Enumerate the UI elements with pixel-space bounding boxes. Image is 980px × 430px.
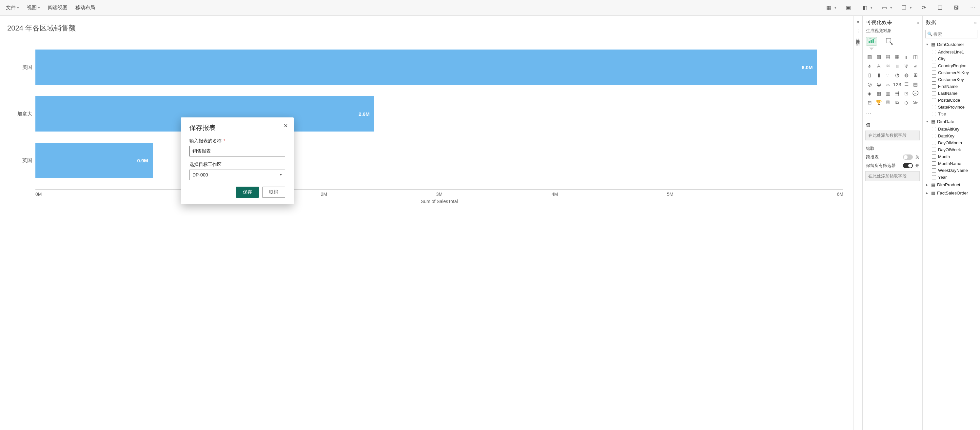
- tree-field[interactable]: AddressLine1: [924, 48, 979, 56]
- field-checkbox[interactable]: [932, 141, 936, 145]
- viz-type-icon[interactable]: ▤: [911, 80, 920, 89]
- collapse-pane-icon[interactable]: »: [916, 20, 919, 25]
- shapes-icon[interactable]: ◧: [860, 3, 869, 13]
- close-icon[interactable]: ✕: [282, 121, 289, 130]
- field-checkbox[interactable]: [932, 91, 936, 96]
- viz-type-icon[interactable]: ⩛: [902, 62, 910, 70]
- viz-type-icon[interactable]: ⊟: [865, 98, 874, 107]
- viz-type-icon[interactable]: 💬: [911, 89, 920, 98]
- field-checkbox[interactable]: [932, 161, 936, 166]
- workspace-select[interactable]: [189, 169, 285, 180]
- ribbon-file[interactable]: 文件 ▾: [3, 3, 22, 13]
- viz-type-icon[interactable]: ⌓: [884, 80, 892, 89]
- viz-type-icon[interactable]: 123: [893, 80, 901, 89]
- viz-type-icon[interactable]: ◇: [902, 98, 910, 107]
- tree-field[interactable]: Title: [924, 110, 979, 117]
- tree-field[interactable]: DayOfMonth: [924, 139, 979, 146]
- viz-type-icon[interactable]: ⫻: [911, 62, 920, 70]
- viz-type-icon[interactable]: ▧: [875, 53, 883, 61]
- field-checkbox[interactable]: [932, 70, 936, 75]
- field-checkbox[interactable]: [932, 127, 936, 131]
- viz-type-icon[interactable]: 🏆: [875, 98, 883, 107]
- ribbon-reading-view[interactable]: 阅读视图: [45, 3, 71, 13]
- viz-type-icon[interactable]: ≋: [884, 62, 892, 70]
- field-checkbox[interactable]: [932, 77, 936, 82]
- field-checkbox[interactable]: [932, 64, 936, 68]
- tree-table[interactable]: ▾▦DimCustomer: [924, 40, 979, 48]
- explore-icon[interactable]: ▦: [824, 3, 833, 13]
- viz-type-icon[interactable]: ∵: [884, 71, 892, 79]
- present-icon[interactable]: ▭: [880, 3, 889, 13]
- tree-field[interactable]: CustomerKey: [924, 76, 979, 83]
- viz-type-icon[interactable]: ⫼: [893, 62, 901, 70]
- tree-field[interactable]: WeekDayName: [924, 167, 979, 174]
- tree-field[interactable]: FirstName: [924, 83, 979, 90]
- viz-type-icon[interactable]: ▥: [865, 53, 874, 61]
- collapse-pane-icon[interactable]: »: [974, 20, 977, 25]
- tree-table[interactable]: ▸▦DimProduct: [924, 181, 979, 189]
- field-checkbox[interactable]: [932, 105, 936, 109]
- ribbon-mobile-layout[interactable]: 移动布局: [72, 3, 98, 13]
- keep-filters-toggle[interactable]: [903, 163, 913, 168]
- filters-rail[interactable]: « ⋮ 筛选器: [853, 16, 862, 430]
- viz-type-icon[interactable]: ◎: [865, 80, 874, 89]
- tree-field[interactable]: DateKey: [924, 133, 979, 139]
- field-checkbox[interactable]: [932, 84, 936, 89]
- bar-fill[interactable]: 6.0M: [35, 50, 817, 85]
- values-field-well[interactable]: 在此处添加数据字段: [865, 131, 920, 141]
- save-button[interactable]: 保存: [236, 187, 259, 198]
- bookmark-icon[interactable]: ▣: [844, 3, 853, 13]
- data-search-input[interactable]: [925, 30, 977, 38]
- field-checkbox[interactable]: [932, 134, 936, 138]
- bar-fill[interactable]: 0.9M: [35, 143, 153, 178]
- field-checkbox[interactable]: [932, 168, 936, 173]
- viz-type-icon[interactable]: ◒: [875, 80, 883, 89]
- tree-field[interactable]: DateAltKey: [924, 126, 979, 133]
- viz-type-icon[interactable]: ≫: [911, 98, 920, 107]
- field-checkbox[interactable]: [932, 175, 936, 179]
- ribbon-view[interactable]: 视图 ▾: [24, 3, 43, 13]
- tree-table[interactable]: ▸▦FactSalesOrder: [924, 189, 979, 197]
- viz-type-icon[interactable]: 𝄜: [884, 98, 892, 107]
- viz-type-icon[interactable]: ◬: [875, 62, 883, 70]
- viz-type-icon[interactable]: ⊡: [902, 89, 910, 98]
- chevron-left-icon[interactable]: «: [857, 19, 859, 24]
- viz-type-icon[interactable]: ▯: [865, 71, 874, 79]
- viz-type-icon[interactable]: ◫: [911, 53, 920, 61]
- viz-type-icon[interactable]: ☰: [902, 80, 910, 89]
- viz-type-icon[interactable]: ⩚: [865, 62, 874, 70]
- field-checkbox[interactable]: [932, 50, 936, 54]
- more-icon[interactable]: ⋯: [968, 3, 977, 13]
- field-checkbox[interactable]: [932, 155, 936, 159]
- tree-field[interactable]: CountryRegion: [924, 62, 979, 69]
- tree-field[interactable]: CustomerAltKey: [924, 69, 979, 76]
- viz-type-icon[interactable]: ⇶: [893, 89, 901, 98]
- drill-field-well[interactable]: 在此处添加钻取字段: [865, 171, 920, 181]
- tree-field[interactable]: MonthName: [924, 160, 979, 167]
- tree-table[interactable]: ▾▦DimDate: [924, 117, 979, 126]
- tree-field[interactable]: Year: [924, 174, 979, 181]
- field-checkbox[interactable]: [932, 98, 936, 102]
- viz-type-icon[interactable]: ◔: [893, 71, 901, 79]
- tree-field[interactable]: PostalCode: [924, 97, 979, 104]
- viz-type-icon[interactable]: ▥: [884, 89, 892, 98]
- cancel-button[interactable]: 取消: [262, 187, 285, 198]
- viz-type-icon[interactable]: ⊞: [911, 71, 920, 79]
- tree-field[interactable]: DayOfWeek: [924, 146, 979, 153]
- viz-type-icon[interactable]: ◈: [865, 89, 874, 98]
- tree-field[interactable]: City: [924, 56, 979, 62]
- viz-type-icon[interactable]: ⧉: [893, 98, 901, 107]
- build-visual-icon[interactable]: [866, 37, 877, 46]
- report-name-input[interactable]: [189, 146, 285, 157]
- copy-page-icon[interactable]: ❐: [899, 3, 908, 13]
- viz-type-icon[interactable]: ▦: [875, 89, 883, 98]
- viz-more-icon[interactable]: ⋯: [863, 109, 922, 119]
- cross-report-toggle[interactable]: [903, 155, 913, 160]
- viz-type-icon[interactable]: ▮: [875, 71, 883, 79]
- tree-field[interactable]: LastName: [924, 90, 979, 97]
- bar-chart[interactable]: 美国6.0M加拿大2.6M英国0.9M0M1M2M3M4M5M6MSum of …: [35, 50, 843, 204]
- save-icon[interactable]: 🖫: [952, 3, 961, 13]
- format-visual-icon[interactable]: [884, 37, 895, 46]
- viz-type-icon[interactable]: ▤: [884, 53, 892, 61]
- field-checkbox[interactable]: [932, 57, 936, 61]
